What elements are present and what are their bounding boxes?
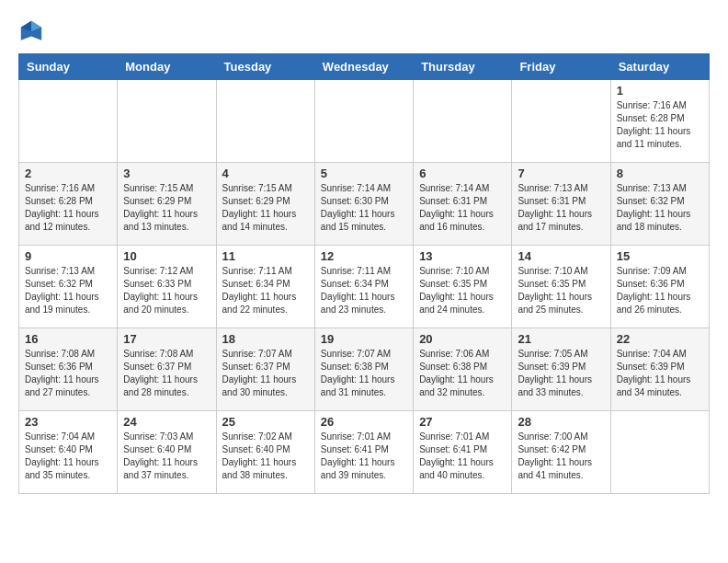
day-number: 4: [222, 167, 309, 180]
day-number: 26: [321, 415, 407, 429]
calendar-cell: 19Sunrise: 7:07 AM Sunset: 6:38 PM Dayli…: [314, 328, 413, 411]
day-info: Sunrise: 7:16 AM Sunset: 6:28 PM Dayligh…: [25, 182, 111, 234]
calendar-cell: 12Sunrise: 7:11 AM Sunset: 6:34 PM Dayli…: [314, 246, 413, 328]
day-number: 13: [419, 249, 506, 263]
calendar-cell: 1Sunrise: 7:16 AM Sunset: 6:28 PM Daylig…: [610, 80, 709, 163]
page-header: [18, 18, 710, 44]
day-info: Sunrise: 7:07 AM Sunset: 6:37 PM Dayligh…: [222, 348, 309, 399]
weekday-header: Saturday: [610, 54, 709, 80]
day-number: 9: [25, 249, 111, 263]
day-info: Sunrise: 7:00 AM Sunset: 6:42 PM Dayligh…: [518, 431, 604, 482]
day-info: Sunrise: 7:09 AM Sunset: 6:36 PM Dayligh…: [617, 265, 703, 316]
day-info: Sunrise: 7:15 AM Sunset: 6:29 PM Dayligh…: [123, 182, 210, 234]
calendar-cell: 15Sunrise: 7:09 AM Sunset: 6:36 PM Dayli…: [610, 246, 709, 328]
day-info: Sunrise: 7:07 AM Sunset: 6:38 PM Dayligh…: [321, 348, 407, 399]
day-info: Sunrise: 7:11 AM Sunset: 6:34 PM Dayligh…: [222, 265, 309, 316]
weekday-header: Sunday: [19, 54, 118, 80]
day-number: 10: [123, 249, 210, 263]
calendar-week-row: 23Sunrise: 7:04 AM Sunset: 6:40 PM Dayli…: [19, 411, 710, 494]
day-number: 16: [25, 332, 111, 346]
day-number: 18: [222, 332, 309, 346]
day-number: 22: [617, 332, 703, 346]
calendar-cell: 21Sunrise: 7:05 AM Sunset: 6:39 PM Dayli…: [512, 328, 610, 411]
day-info: Sunrise: 7:13 AM Sunset: 6:32 PM Dayligh…: [617, 182, 703, 234]
calendar-cell: 3Sunrise: 7:15 AM Sunset: 6:29 PM Daylig…: [118, 163, 216, 246]
calendar-cell: 14Sunrise: 7:10 AM Sunset: 6:35 PM Dayli…: [512, 246, 610, 328]
day-info: Sunrise: 7:03 AM Sunset: 6:40 PM Dayligh…: [123, 431, 210, 482]
day-info: Sunrise: 7:12 AM Sunset: 6:33 PM Dayligh…: [123, 265, 210, 316]
day-info: Sunrise: 7:05 AM Sunset: 6:39 PM Dayligh…: [518, 348, 604, 399]
day-info: Sunrise: 7:15 AM Sunset: 6:29 PM Dayligh…: [222, 182, 309, 234]
day-info: Sunrise: 7:10 AM Sunset: 6:35 PM Dayligh…: [518, 265, 604, 316]
calendar-cell: 17Sunrise: 7:08 AM Sunset: 6:37 PM Dayli…: [118, 328, 216, 411]
day-info: Sunrise: 7:04 AM Sunset: 6:40 PM Dayligh…: [25, 431, 111, 482]
calendar-cell: 7Sunrise: 7:13 AM Sunset: 6:31 PM Daylig…: [512, 163, 610, 246]
day-number: 3: [123, 167, 210, 180]
calendar-week-row: 1Sunrise: 7:16 AM Sunset: 6:28 PM Daylig…: [19, 80, 710, 163]
day-number: 27: [419, 415, 506, 429]
weekday-header-row: SundayMondayTuesdayWednesdayThursdayFrid…: [19, 54, 710, 80]
calendar-cell: 9Sunrise: 7:13 AM Sunset: 6:32 PM Daylig…: [19, 246, 118, 328]
day-info: Sunrise: 7:06 AM Sunset: 6:38 PM Dayligh…: [419, 348, 506, 399]
calendar-cell: [216, 80, 314, 163]
day-info: Sunrise: 7:13 AM Sunset: 6:32 PM Dayligh…: [25, 265, 111, 316]
day-number: 28: [518, 415, 604, 429]
day-info: Sunrise: 7:11 AM Sunset: 6:34 PM Dayligh…: [321, 265, 407, 316]
day-number: 15: [617, 249, 703, 263]
weekday-header: Friday: [512, 54, 610, 80]
weekday-header: Wednesday: [314, 54, 413, 80]
day-number: 11: [222, 249, 309, 263]
day-info: Sunrise: 7:02 AM Sunset: 6:40 PM Dayligh…: [222, 431, 309, 482]
calendar-cell: 28Sunrise: 7:00 AM Sunset: 6:42 PM Dayli…: [512, 411, 610, 494]
day-number: 2: [25, 167, 111, 180]
day-info: Sunrise: 7:14 AM Sunset: 6:30 PM Dayligh…: [321, 182, 407, 234]
calendar-cell: 6Sunrise: 7:14 AM Sunset: 6:31 PM Daylig…: [414, 163, 512, 246]
day-number: 14: [518, 249, 604, 263]
day-number: 12: [321, 249, 407, 263]
day-info: Sunrise: 7:01 AM Sunset: 6:41 PM Dayligh…: [419, 431, 506, 482]
day-number: 6: [419, 167, 506, 180]
day-number: 1: [617, 84, 703, 98]
calendar-cell: 22Sunrise: 7:04 AM Sunset: 6:39 PM Dayli…: [610, 328, 709, 411]
logo: [18, 18, 48, 44]
day-info: Sunrise: 7:04 AM Sunset: 6:39 PM Dayligh…: [617, 348, 703, 399]
day-number: 20: [419, 332, 506, 346]
day-info: Sunrise: 7:08 AM Sunset: 6:37 PM Dayligh…: [123, 348, 210, 399]
weekday-header: Monday: [118, 54, 216, 80]
weekday-header: Thursday: [414, 54, 512, 80]
calendar-cell: [610, 411, 709, 494]
day-number: 8: [617, 167, 703, 180]
calendar-cell: 16Sunrise: 7:08 AM Sunset: 6:36 PM Dayli…: [19, 328, 118, 411]
day-info: Sunrise: 7:01 AM Sunset: 6:41 PM Dayligh…: [321, 431, 407, 482]
logo-icon: [18, 18, 44, 44]
calendar-cell: 26Sunrise: 7:01 AM Sunset: 6:41 PM Dayli…: [314, 411, 413, 494]
calendar-cell: [314, 80, 413, 163]
calendar-cell: 25Sunrise: 7:02 AM Sunset: 6:40 PM Dayli…: [216, 411, 314, 494]
calendar-cell: 13Sunrise: 7:10 AM Sunset: 6:35 PM Dayli…: [414, 246, 512, 328]
calendar-cell: 5Sunrise: 7:14 AM Sunset: 6:30 PM Daylig…: [314, 163, 413, 246]
calendar-cell: 18Sunrise: 7:07 AM Sunset: 6:37 PM Dayli…: [216, 328, 314, 411]
day-info: Sunrise: 7:13 AM Sunset: 6:31 PM Dayligh…: [518, 182, 604, 234]
day-number: 17: [123, 332, 210, 346]
calendar-cell: 10Sunrise: 7:12 AM Sunset: 6:33 PM Dayli…: [118, 246, 216, 328]
calendar-cell: 2Sunrise: 7:16 AM Sunset: 6:28 PM Daylig…: [19, 163, 118, 246]
calendar-cell: [19, 80, 118, 163]
day-number: 5: [321, 167, 407, 180]
calendar-table: SundayMondayTuesdayWednesdayThursdayFrid…: [18, 53, 710, 494]
calendar-week-row: 16Sunrise: 7:08 AM Sunset: 6:36 PM Dayli…: [19, 328, 710, 411]
calendar-cell: 8Sunrise: 7:13 AM Sunset: 6:32 PM Daylig…: [610, 163, 709, 246]
day-number: 23: [25, 415, 111, 429]
day-number: 21: [518, 332, 604, 346]
calendar-cell: [118, 80, 216, 163]
calendar-week-row: 9Sunrise: 7:13 AM Sunset: 6:32 PM Daylig…: [19, 246, 710, 328]
calendar-cell: 11Sunrise: 7:11 AM Sunset: 6:34 PM Dayli…: [216, 246, 314, 328]
day-info: Sunrise: 7:14 AM Sunset: 6:31 PM Dayligh…: [419, 182, 506, 234]
weekday-header: Tuesday: [216, 54, 314, 80]
calendar-cell: 23Sunrise: 7:04 AM Sunset: 6:40 PM Dayli…: [19, 411, 118, 494]
day-number: 25: [222, 415, 309, 429]
calendar-cell: 20Sunrise: 7:06 AM Sunset: 6:38 PM Dayli…: [414, 328, 512, 411]
calendar-cell: [512, 80, 610, 163]
day-number: 24: [123, 415, 210, 429]
day-number: 19: [321, 332, 407, 346]
calendar-cell: 4Sunrise: 7:15 AM Sunset: 6:29 PM Daylig…: [216, 163, 314, 246]
